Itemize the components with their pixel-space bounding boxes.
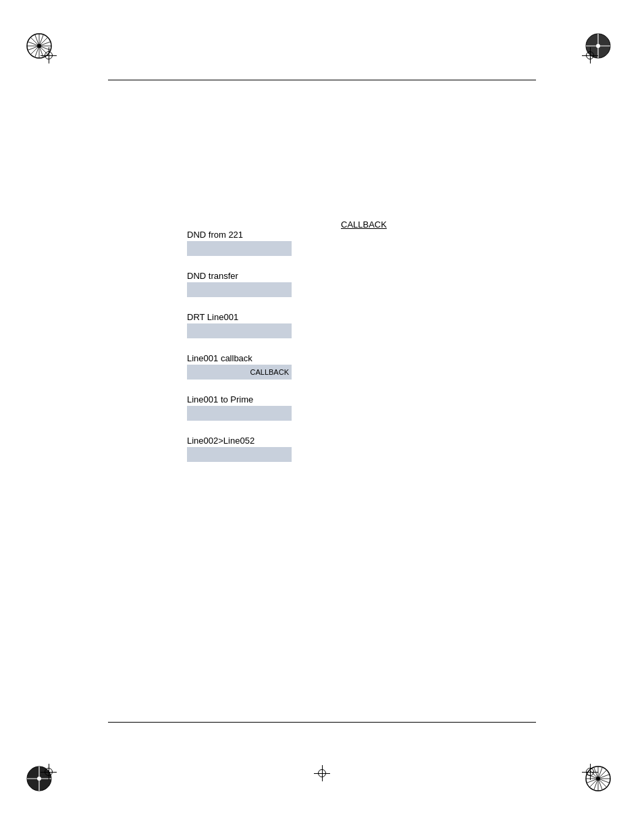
menu-label-dnd-transfer: DND transfer xyxy=(187,271,292,281)
menu-bar-line002-line052 xyxy=(187,447,292,462)
menu-item-line001-callback[interactable]: Line001 callback CALLBACK xyxy=(187,353,292,380)
corner-mark-bc xyxy=(314,765,330,781)
corner-mark-br-inner xyxy=(582,764,598,780)
menu-bar-dnd-transfer xyxy=(187,282,292,297)
menu-bar-line001-callback: CALLBACK xyxy=(187,365,292,380)
top-rule xyxy=(108,80,536,80)
corner-mark-tl-inner xyxy=(41,47,57,63)
menu-bar-drt-line001 xyxy=(187,323,292,338)
menu-bar-line001-prime xyxy=(187,406,292,421)
menu-label-line002-line052: Line002>Line052 xyxy=(187,436,292,446)
menu-item-drt-line001[interactable]: DRT Line001 xyxy=(187,312,292,338)
callback-link[interactable]: CALLBACK xyxy=(341,219,387,230)
menu-area: DND from 221 DND transfer DRT Line001 Li… xyxy=(187,230,292,477)
menu-label-line001-callback: Line001 callback xyxy=(187,353,292,363)
menu-item-line001-prime[interactable]: Line001 to Prime xyxy=(187,394,292,421)
menu-label-dnd-from-221: DND from 221 xyxy=(187,230,292,240)
menu-item-dnd-from-221[interactable]: DND from 221 xyxy=(187,230,292,256)
bottom-rule xyxy=(108,722,536,723)
menu-bar-dnd-from-221 xyxy=(187,241,292,256)
menu-label-line001-prime: Line001 to Prime xyxy=(187,394,292,405)
corner-mark-bl-inner xyxy=(41,764,57,780)
menu-label-drt-line001: DRT Line001 xyxy=(187,312,292,322)
corner-mark-tr-inner xyxy=(582,47,598,63)
menu-item-line002-line052[interactable]: Line002>Line052 xyxy=(187,436,292,462)
menu-item-dnd-transfer[interactable]: DND transfer xyxy=(187,271,292,297)
menu-bar-text-callback: CALLBACK xyxy=(187,365,292,380)
